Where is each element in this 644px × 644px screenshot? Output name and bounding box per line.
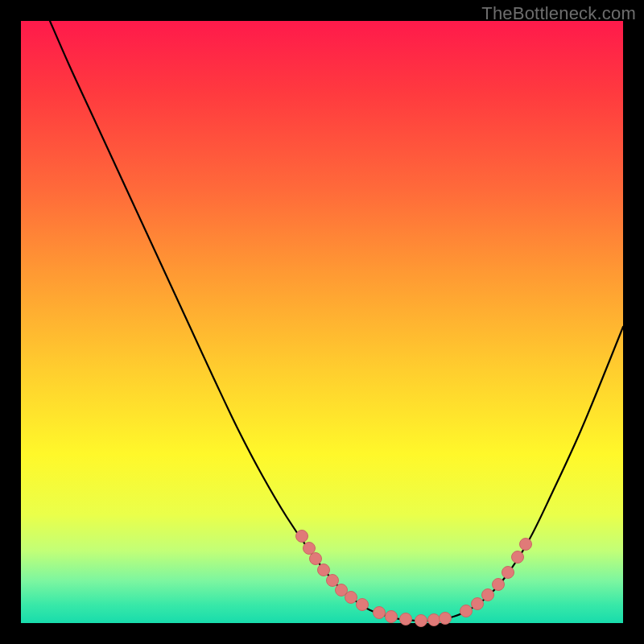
chart-area — [21, 21, 623, 623]
overlay-dot — [428, 614, 440, 626]
chart-svg — [21, 21, 623, 623]
overlay-dot — [327, 575, 339, 587]
overlay-dot — [472, 598, 484, 610]
overlay-dot — [502, 567, 514, 579]
watermark-text: TheBottleneck.com — [481, 3, 636, 24]
overlay-dot — [296, 530, 308, 543]
overlay-dot — [520, 539, 532, 551]
overlay-dot — [400, 613, 412, 625]
overlay-dot — [440, 613, 452, 625]
overlay-dot — [460, 605, 473, 617]
overlay-dots — [296, 530, 532, 627]
overlay-dot — [386, 611, 398, 623]
overlay-dot — [318, 564, 330, 576]
overlay-dot — [345, 592, 357, 604]
overlay-dot — [357, 599, 369, 611]
bottleneck-curve — [50, 21, 623, 621]
overlay-dot — [415, 615, 427, 627]
overlay-dot — [374, 607, 386, 619]
overlay-dot — [303, 543, 316, 555]
overlay-dot — [493, 579, 505, 591]
overlay-dot — [512, 551, 524, 564]
overlay-dot — [310, 553, 322, 565]
overlay-dot — [482, 589, 494, 601]
